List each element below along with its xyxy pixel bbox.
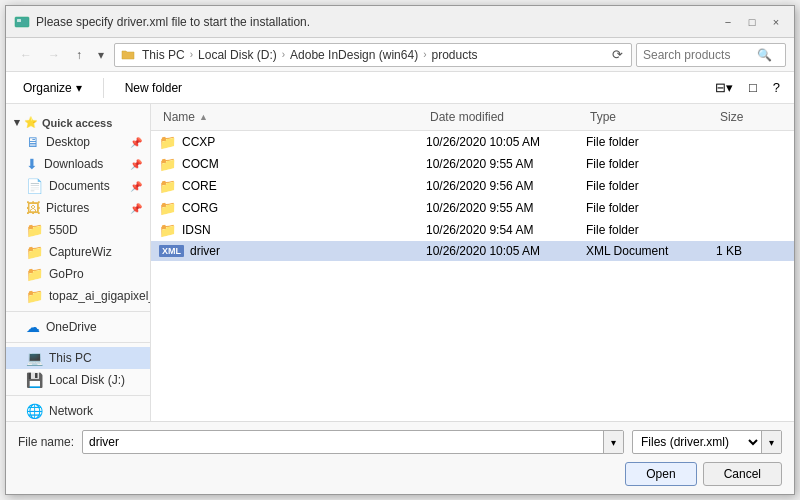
address-bar[interactable]: This PC › Local Disk (D:) › Adobe InDesi… [114,43,632,67]
file-name-cell: 📁 COCM [159,156,426,172]
view-toggle-button[interactable]: ⊟▾ [709,76,739,99]
downloads-label: Downloads [44,157,103,171]
file-date: 10/26/2020 10:05 AM [426,135,586,149]
col-header-size[interactable]: Size [716,108,786,126]
quick-access-header[interactable]: ▾ ⭐ Quick access [6,112,150,131]
breadcrumb-indesign[interactable]: Adobe InDesign (win64) [287,47,421,63]
folder-icon: 📁 [159,178,176,194]
table-row[interactable]: 📁 CCXP 10/26/2020 10:05 AM File folder [151,131,794,153]
breadcrumb-products[interactable]: products [428,47,480,63]
open-button[interactable]: Open [625,462,696,486]
sidebar-item-capturewiz[interactable]: 📁 CaptureWiz [6,241,150,263]
table-row[interactable]: 📁 CORG 10/26/2020 9:55 AM File folder [151,197,794,219]
sidebar-item-onedrive[interactable]: ☁ OneDrive [6,316,150,338]
breadcrumb-sep-3: › [423,49,426,60]
forward-button[interactable]: → [42,44,66,66]
sidebar-item-desktop[interactable]: 🖥 Desktop 📌 [6,131,150,153]
pictures-icon: 🖼 [26,200,40,216]
file-date: 10/26/2020 10:05 AM [426,244,586,258]
documents-icon: 📄 [26,178,43,194]
sidebar-item-downloads[interactable]: ⬇ Downloads 📌 [6,153,150,175]
onedrive-icon: ☁ [26,319,40,335]
new-folder-label: New folder [125,81,182,95]
recent-button[interactable]: ▾ [92,44,110,66]
col-header-type[interactable]: Type [586,108,716,126]
file-type: File folder [586,135,716,149]
action-buttons: Open Cancel [18,462,782,486]
table-row[interactable]: 📁 COCM 10/26/2020 9:55 AM File folder [151,153,794,175]
table-row[interactable]: XML driver 10/26/2020 10:05 AM XML Docum… [151,241,794,261]
col-header-name[interactable]: Name ▲ [159,108,426,126]
preview-button[interactable]: □ [743,76,763,99]
back-button[interactable]: ← [14,44,38,66]
minimize-button[interactable]: − [718,12,738,32]
filetype-select[interactable]: Files (driver.xml) [633,434,761,450]
table-row[interactable]: 📁 CORE 10/26/2020 9:56 AM File folder [151,175,794,197]
view-icon: ⊟ [715,80,726,95]
file-list-header: Name ▲ Date modified Type Size [151,104,794,131]
file-date: 10/26/2020 9:55 AM [426,157,586,171]
col-name-sort: ▲ [199,112,208,122]
svg-rect-0 [15,17,29,27]
file-name-cell: 📁 CCXP [159,134,426,150]
pictures-label: Pictures [46,201,89,215]
help-button[interactable]: ? [767,76,786,99]
col-header-date[interactable]: Date modified [426,108,586,126]
file-date: 10/26/2020 9:56 AM [426,179,586,193]
breadcrumb-sep-1: › [190,49,193,60]
network-section: 🌐 Network [6,400,150,421]
preview-icon: □ [749,80,757,95]
file-type: XML Document [586,244,716,258]
this-pc-icon: 💻 [26,350,43,366]
title-bar-controls: − □ × [718,12,786,32]
sidebar-divider-1 [6,311,150,312]
file-type: File folder [586,179,716,193]
pin-icon-downloads: 📌 [130,159,142,170]
sidebar-item-this-pc[interactable]: 💻 This PC [6,347,150,369]
sidebar-item-documents[interactable]: 📄 Documents 📌 [6,175,150,197]
sidebar-item-pictures[interactable]: 🖼 Pictures 📌 [6,197,150,219]
file-type: File folder [586,223,716,237]
breadcrumb-local-disk[interactable]: Local Disk (D:) [195,47,280,63]
file-list-body: 📁 CCXP 10/26/2020 10:05 AM File folder 📁… [151,131,794,421]
file-open-dialog: Please specify driver.xml file to start … [5,5,795,495]
new-folder-button[interactable]: New folder [116,77,191,99]
file-name: CCXP [182,135,215,149]
desktop-icon: 🖥 [26,134,40,150]
search-box[interactable]: 🔍 [636,43,786,67]
col-type-label: Type [590,110,616,124]
sidebar-item-network[interactable]: 🌐 Network [6,400,150,421]
local-disk-label: Local Disk (J:) [49,373,125,387]
folder-icon: 📁 [159,156,176,172]
filename-dropdown-button[interactable]: ▾ [603,431,623,453]
close-button[interactable]: × [766,12,786,32]
file-name-cell: XML driver [159,244,426,258]
filetype-select-container: Files (driver.xml) ▾ [632,430,782,454]
quick-access-collapse-icon: ▾ [14,116,20,129]
sidebar-item-topaz[interactable]: 📁 topaz_ai_gigapixel_ [6,285,150,307]
sidebar-item-550d[interactable]: 📁 550D [6,219,150,241]
documents-label: Documents [49,179,110,193]
sidebar-divider-2 [6,342,150,343]
file-size: 1 KB [716,244,786,258]
breadcrumb-this-pc[interactable]: This PC [139,47,188,63]
breadcrumb: This PC › Local Disk (D:) › Adobe InDesi… [139,47,481,63]
refresh-button[interactable]: ⟳ [610,45,625,64]
file-type: File folder [586,157,716,171]
maximize-button[interactable]: □ [742,12,762,32]
table-row[interactable]: 📁 IDSN 10/26/2020 9:54 AM File folder [151,219,794,241]
organize-button[interactable]: Organize ▾ [14,77,91,99]
svg-rect-1 [17,19,21,22]
sidebar-item-local-disk[interactable]: 💾 Local Disk (J:) [6,369,150,391]
cancel-button[interactable]: Cancel [703,462,782,486]
file-name-cell: 📁 CORG [159,200,426,216]
search-input[interactable] [643,48,753,62]
downloads-icon: ⬇ [26,156,38,172]
sidebar-item-gopro[interactable]: 📁 GoPro [6,263,150,285]
dialog-title: Please specify driver.xml file to start … [36,15,310,29]
filename-input[interactable] [83,435,603,449]
file-name: CORE [182,179,217,193]
bottom-bar: File name: ▾ Files (driver.xml) ▾ Open C… [6,421,794,494]
up-button[interactable]: ↑ [70,44,88,66]
xml-icon: XML [159,245,184,257]
